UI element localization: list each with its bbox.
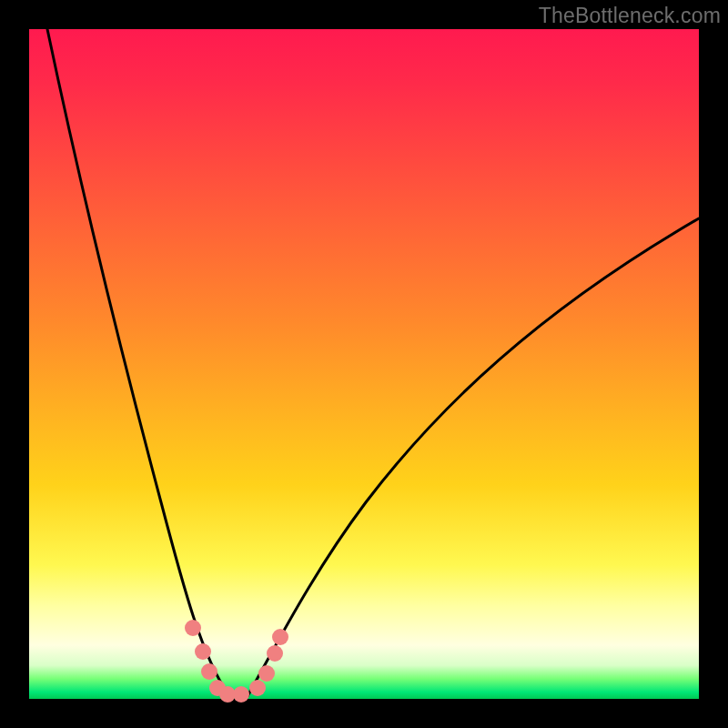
- marker: [249, 680, 266, 696]
- marker: [233, 686, 249, 703]
- marker: [258, 665, 275, 682]
- curve-left-branch: [47, 29, 229, 696]
- watermark-text: TheBottleneck.com: [539, 4, 721, 28]
- marker: [267, 645, 283, 662]
- marker: [201, 663, 217, 680]
- valley-markers: [185, 620, 288, 703]
- plot-area: [29, 29, 699, 699]
- chart-frame: TheBottleneck.com: [0, 0, 728, 728]
- marker: [272, 629, 288, 645]
- curve-right-branch: [248, 218, 699, 696]
- marker: [195, 643, 211, 660]
- bottleneck-curve: [29, 29, 699, 699]
- marker: [185, 620, 201, 636]
